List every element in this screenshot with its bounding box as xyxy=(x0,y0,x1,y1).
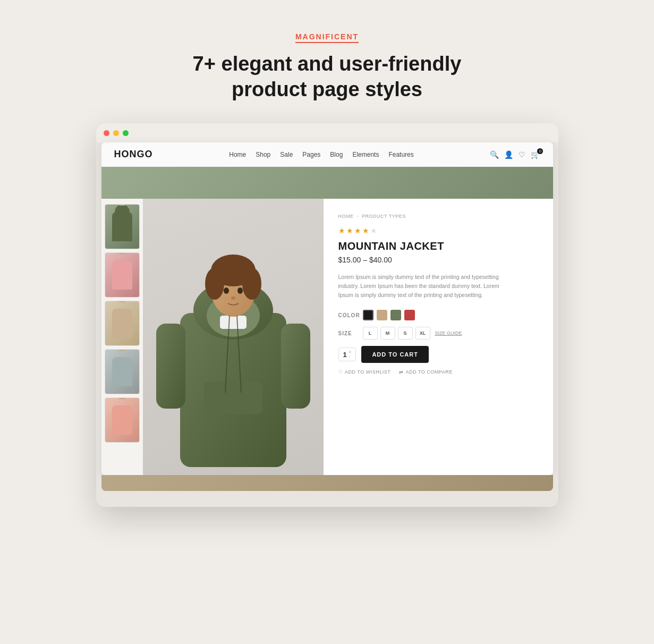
star-2: ★ xyxy=(346,226,353,235)
page-header: MAGNIFICENT 7+ elegant and user-friendly… xyxy=(173,32,481,102)
star-4: ★ xyxy=(362,226,369,235)
quantity-stepper[interactable]: 1 + - xyxy=(338,348,356,361)
wishlist-label: ADD TO WISHLIST xyxy=(345,369,390,375)
color-swatch-black[interactable] xyxy=(363,310,373,320)
main-product-image[interactable] xyxy=(143,199,324,475)
search-icon[interactable]: 🔍 xyxy=(490,150,499,159)
nav-elements[interactable]: Elements xyxy=(352,151,379,158)
color-swatch-red[interactable] xyxy=(404,310,415,320)
cart-count: 0 xyxy=(537,148,543,154)
store-nav: HONGO Home Shop Sale Pages Blog Elements… xyxy=(101,142,553,167)
compare-label: ADD TO COMPARE xyxy=(406,369,453,375)
browser-dot-green[interactable] xyxy=(123,130,129,136)
quantity-value: 1 xyxy=(343,351,347,359)
nav-home[interactable]: Home xyxy=(229,151,246,158)
size-guide-link[interactable]: SIZE GUIDE xyxy=(435,331,462,336)
size-btn-l[interactable]: L xyxy=(363,327,378,340)
bottom-strip xyxy=(101,475,553,491)
wishlist-icon: ♡ xyxy=(338,369,343,375)
breadcrumb-separator: › xyxy=(357,214,359,219)
svg-rect-8 xyxy=(204,382,262,414)
cart-icon[interactable]: 🛒 0 xyxy=(531,150,540,159)
svg-point-13 xyxy=(224,287,229,294)
nav-shop[interactable]: Shop xyxy=(256,151,270,158)
nav-blog[interactable]: Blog xyxy=(330,151,343,158)
breadcrumb: HOME › PRODUCT TYPES xyxy=(338,214,538,219)
svg-point-14 xyxy=(237,287,243,294)
svg-point-7 xyxy=(242,268,261,300)
browser-dot-yellow[interactable] xyxy=(113,130,119,136)
breadcrumb-product-types[interactable]: PRODUCT TYPES xyxy=(362,214,406,219)
wishlist-compare-row: ♡ ADD TO WISHLIST ⇄ ADD TO COMPARE xyxy=(338,369,538,375)
thumbnail-5[interactable] xyxy=(105,397,140,443)
size-btn-m[interactable]: M xyxy=(380,327,395,340)
nav-links: Home Shop Sale Pages Blog Elements Featu… xyxy=(229,151,414,158)
product-rating: ★ ★ ★ ★ ★ xyxy=(338,226,538,235)
nav-sale[interactable]: Sale xyxy=(280,151,293,158)
user-icon[interactable]: 👤 xyxy=(504,150,513,159)
breadcrumb-home[interactable]: HOME xyxy=(338,214,354,219)
star-3: ★ xyxy=(354,226,361,235)
svg-rect-11 xyxy=(156,324,185,409)
color-swatch-tan[interactable] xyxy=(377,310,387,320)
size-label: SIZE xyxy=(338,331,358,336)
browser-dot-red[interactable] xyxy=(104,130,109,136)
star-1: ★ xyxy=(338,226,345,235)
star-5: ★ xyxy=(370,226,377,235)
size-btn-xl[interactable]: XL xyxy=(415,327,430,340)
add-to-compare-button[interactable]: ⇄ ADD TO COMPARE xyxy=(399,369,453,375)
store-logo: HONGO xyxy=(114,149,153,160)
size-buttons: L M S XL SIZE GUIDE xyxy=(363,327,462,340)
page-title: 7+ elegant and user-friendly product pag… xyxy=(173,52,481,102)
svg-point-6 xyxy=(205,268,224,300)
product-price: $15.00 – $40.00 xyxy=(338,256,538,264)
product-area: HOME › PRODUCT TYPES ★ ★ ★ ★ ★ MOUNTAIN … xyxy=(101,199,553,475)
color-swatches xyxy=(363,310,415,320)
thumbnail-3[interactable] xyxy=(105,301,140,346)
nav-features[interactable]: Features xyxy=(388,151,413,158)
add-to-cart-button[interactable]: ADD TO CART xyxy=(361,346,429,363)
product-illustration xyxy=(151,207,316,467)
store-window: HONGO Home Shop Sale Pages Blog Elements… xyxy=(101,142,553,475)
wishlist-icon[interactable]: ♡ xyxy=(519,150,525,159)
add-to-cart-row: 1 + - ADD TO CART xyxy=(338,346,538,363)
size-btn-s[interactable]: S xyxy=(398,327,413,340)
browser-mockup: HONGO Home Shop Sale Pages Blog Elements… xyxy=(96,123,558,507)
add-to-wishlist-button[interactable]: ♡ ADD TO WISHLIST xyxy=(338,369,391,375)
svg-point-15 xyxy=(231,296,235,300)
compare-icon: ⇄ xyxy=(399,369,404,375)
quantity-decrease[interactable]: - xyxy=(349,354,352,359)
nav-pages[interactable]: Pages xyxy=(302,151,320,158)
svg-rect-12 xyxy=(281,324,310,409)
color-label: COLOR xyxy=(338,312,358,318)
size-option-row: SIZE L M S XL SIZE GUIDE xyxy=(338,327,538,340)
thumbnail-column xyxy=(101,199,143,475)
color-swatch-green[interactable] xyxy=(390,310,401,320)
thumbnail-1[interactable] xyxy=(105,204,140,249)
color-option-row: COLOR xyxy=(338,310,538,320)
thumbnail-4[interactable] xyxy=(105,349,140,394)
nav-icons: 🔍 👤 ♡ 🛒 0 xyxy=(490,150,540,159)
product-description: Lorem Ipsum is simply dummy text of the … xyxy=(338,273,508,299)
magnificent-badge: MAGNIFICENT xyxy=(295,32,359,43)
product-info: HOME › PRODUCT TYPES ★ ★ ★ ★ ★ MOUNTAIN … xyxy=(324,199,553,475)
hero-strip xyxy=(101,167,553,199)
product-name: MOUNTAIN JACKET xyxy=(338,240,538,252)
browser-bar xyxy=(96,123,558,142)
svg-rect-3 xyxy=(220,316,247,329)
thumbnail-2[interactable] xyxy=(105,252,140,298)
